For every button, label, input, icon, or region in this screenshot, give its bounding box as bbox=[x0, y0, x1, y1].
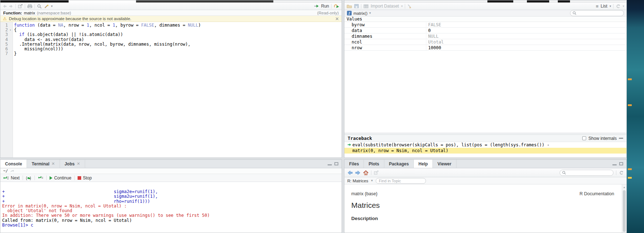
function-name: matrix bbox=[24, 11, 35, 15]
minimize-pane-icon[interactable] bbox=[328, 164, 332, 165]
env-variable-row[interactable]: byrow FALSE bbox=[344, 22, 626, 28]
run-button-label[interactable]: Run bbox=[321, 4, 329, 9]
refresh-icon[interactable] bbox=[616, 4, 620, 8]
environment-search-box[interactable] bbox=[570, 10, 624, 16]
console-line: + sigma2u=runif(1), bbox=[2, 194, 340, 199]
values-section-header: Values bbox=[344, 17, 626, 22]
help-forward-icon[interactable] bbox=[355, 170, 361, 175]
variable-name: byrow bbox=[344, 22, 426, 27]
tab-jobs[interactable]: Jobs ✕ bbox=[60, 160, 85, 168]
help-topic-caret-icon[interactable]: ▾ bbox=[371, 179, 373, 182]
open-directory-icon[interactable] bbox=[10, 169, 14, 173]
desktop-background-strip bbox=[627, 0, 644, 233]
home-icon[interactable] bbox=[363, 170, 369, 175]
show-internals-label[interactable]: Show internals bbox=[588, 136, 617, 141]
back-icon[interactable] bbox=[3, 4, 7, 8]
debug-step-out-button[interactable] bbox=[38, 176, 43, 180]
tab-console[interactable]: Console bbox=[0, 160, 27, 168]
open-workspace-icon[interactable] bbox=[347, 4, 352, 8]
import-dataset-caret-icon[interactable]: ▾ bbox=[401, 5, 403, 8]
clear-workspace-broom-icon[interactable] bbox=[407, 4, 412, 9]
code-tools-wand-icon[interactable] bbox=[44, 4, 49, 9]
source-tabstrip bbox=[0, 0, 342, 3]
env-variable-row[interactable]: dimnames NULL bbox=[344, 33, 626, 39]
debug-stop-button[interactable]: Stop bbox=[78, 175, 92, 181]
close-tab-icon[interactable]: ✕ bbox=[77, 161, 80, 166]
list-view-caret-icon[interactable]: ▾ bbox=[610, 5, 611, 8]
tabstrip-dark-segment bbox=[0, 0, 69, 3]
help-back-icon[interactable] bbox=[347, 170, 353, 175]
tabstrip-dark-segment bbox=[487, 0, 513, 3]
env-variable-row[interactable]: data 0 bbox=[344, 28, 626, 33]
source-toolbar: ▾ Run bbox=[0, 3, 342, 10]
debug-continue-button[interactable]: Continue bbox=[50, 175, 71, 181]
help-search-box[interactable] bbox=[560, 170, 613, 176]
search-icon[interactable] bbox=[37, 4, 42, 9]
code-line[interactable]: 6 missing(ncol))) bbox=[0, 47, 342, 51]
code-editor[interactable]: 1function (data = NA, nrow = 1, ncol = 1… bbox=[0, 22, 342, 158]
list-view-icon[interactable]: ≡ bbox=[596, 4, 599, 9]
run-icon[interactable] bbox=[314, 4, 319, 8]
environment-context-label[interactable]: matrix() bbox=[353, 11, 367, 15]
tab-plots[interactable]: Plots bbox=[364, 160, 384, 168]
refresh-caret-icon[interactable]: ▾ bbox=[622, 5, 624, 8]
environment-context-caret-icon[interactable]: ▾ bbox=[369, 12, 371, 15]
tab-viewer[interactable]: Viewer bbox=[433, 160, 456, 168]
environment-tabstrip bbox=[344, 0, 626, 3]
wand-caret-icon[interactable]: ▾ bbox=[51, 5, 53, 8]
environment-pane: Import Dataset ▾ ≡ List ▾ ▾ f matrix() ▾… bbox=[344, 0, 627, 158]
working-directory: ~/ bbox=[3, 169, 8, 173]
scroll-up-arrow-icon[interactable]: ▲ bbox=[622, 184, 626, 189]
code-line[interactable]: 7} bbox=[0, 51, 342, 56]
help-topic-label[interactable]: R: Matrices bbox=[347, 179, 368, 183]
variable-name: data bbox=[344, 28, 426, 33]
tab-terminal[interactable]: Terminal ✕ bbox=[27, 160, 60, 168]
search-icon bbox=[573, 11, 576, 15]
save-workspace-icon[interactable] bbox=[354, 4, 359, 8]
help-refresh-icon[interactable] bbox=[619, 170, 624, 175]
close-tab-icon[interactable]: ✕ bbox=[51, 161, 55, 166]
open-in-new-window-icon[interactable] bbox=[18, 4, 23, 8]
import-dataset-label[interactable]: Import Dataset bbox=[371, 4, 399, 9]
console-line: Error in matrix(0, nrow = Nsim, ncol = U… bbox=[2, 204, 340, 209]
maximize-pane-icon[interactable] bbox=[334, 162, 338, 165]
forward-icon[interactable] bbox=[9, 4, 13, 8]
variable-value: Utotal bbox=[426, 40, 626, 45]
show-internals-checkbox[interactable] bbox=[582, 136, 586, 140]
maximize-pane-icon[interactable] bbox=[619, 162, 623, 165]
import-dataset-icon[interactable] bbox=[363, 4, 369, 8]
env-variable-row[interactable]: ncol Utotal bbox=[344, 39, 626, 45]
function-context-icon: f bbox=[347, 11, 352, 15]
open-in-new-window-icon[interactable] bbox=[374, 170, 379, 175]
desktop-fragment bbox=[628, 177, 632, 179]
rerun-icon[interactable] bbox=[334, 4, 339, 8]
minimize-pane-icon[interactable] bbox=[612, 164, 617, 165]
environment-search-input[interactable] bbox=[578, 11, 621, 15]
scrollbar-thumb[interactable] bbox=[623, 190, 626, 232]
find-in-topic-input[interactable] bbox=[376, 178, 426, 184]
debug-next-button[interactable]: Next bbox=[3, 175, 20, 181]
traceback-frame-highlighted[interactable]: matrix(0, nrow = Nsim, ncol = Utotal) bbox=[344, 148, 626, 154]
console-output[interactable]: + sigma2e=runif(1),+ sigma2u=runif(1),+ … bbox=[0, 182, 342, 233]
code-line[interactable]: 1function (data = NA, nrow = 1, ncol = 1… bbox=[0, 23, 342, 28]
help-search-input[interactable] bbox=[567, 170, 611, 175]
warning-icon: ⚠ bbox=[3, 17, 7, 21]
function-namespace: (namespace:base) bbox=[37, 11, 71, 15]
tab-help[interactable]: Help bbox=[414, 160, 433, 168]
env-variable-row[interactable]: nrow 10000 bbox=[344, 45, 626, 51]
list-view-label[interactable]: List bbox=[601, 4, 607, 9]
tab-files[interactable]: Files bbox=[344, 160, 364, 168]
variable-name: nrow bbox=[344, 45, 426, 50]
banner-close-icon[interactable]: ✕ bbox=[335, 17, 339, 21]
traceback-frame-current[interactable]: eval(substitute(browser(skipCalls = pos)… bbox=[344, 142, 626, 148]
help-scrollbar[interactable]: ▲ bbox=[622, 184, 626, 233]
doc-kind: R Documentation bbox=[579, 191, 614, 196]
debug-step-into-button[interactable]: {} bbox=[26, 176, 32, 180]
step-into-icon: {} bbox=[26, 176, 32, 180]
tab-packages[interactable]: Packages bbox=[384, 160, 414, 168]
variable-value: NULL bbox=[426, 34, 626, 39]
print-icon[interactable] bbox=[27, 4, 32, 8]
doc-title: Matrices bbox=[351, 201, 614, 210]
tabstrip-active-tab[interactable] bbox=[69, 0, 136, 3]
traceback-minimize-icon[interactable] bbox=[619, 137, 623, 140]
